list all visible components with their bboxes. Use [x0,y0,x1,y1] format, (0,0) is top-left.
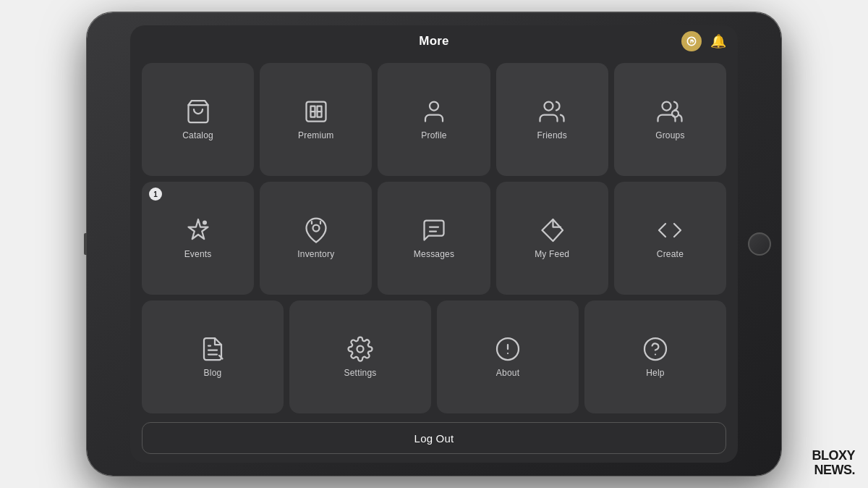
events-tile[interactable]: 1 Events [142,182,254,295]
catalog-label: Catalog [182,130,213,140]
myfeed-label: My Feed [535,249,569,259]
messages-tile[interactable]: Messages [378,182,490,295]
create-label: Create [657,249,684,259]
logout-section: Log Out [130,422,738,463]
svg-point-6 [430,102,438,111]
help-icon [642,336,668,362]
svg-point-11 [312,225,319,232]
svg-rect-1 [306,102,326,122]
create-icon [657,217,683,243]
settings-icon [347,336,373,362]
catalog-icon [185,98,211,125]
premium-icon [303,98,329,125]
header: More 🔔 [130,25,738,57]
catalog-tile[interactable]: Catalog [142,63,254,176]
blog-tile[interactable]: Blog [142,300,284,413]
grid-row-1: Catalog Premium Profile [142,63,726,176]
grid-row-2: 1 Events Inventory [142,182,726,295]
groups-tile[interactable]: Groups [614,63,726,176]
settings-label: Settings [344,368,377,378]
blog-label: Blog [204,368,222,378]
help-tile[interactable]: Help [584,300,726,413]
logout-button[interactable]: Log Out [142,422,726,454]
create-tile[interactable]: Create [614,182,726,295]
groups-label: Groups [655,130,685,140]
premium-label: Premium [298,130,333,140]
grid-row-3: Blog Settings About [142,300,726,413]
branding-line1: BLOXY [812,449,855,463]
premium-tile[interactable]: Premium [260,63,372,176]
events-icon [185,217,211,243]
friends-tile[interactable]: Friends [496,63,608,176]
home-button[interactable] [748,232,771,256]
blog-icon [200,336,226,362]
inventory-tile[interactable]: Inventory [260,182,372,295]
page-title: More [419,34,448,49]
svg-point-17 [357,346,364,353]
tablet-device: More 🔔 Catalog [87,12,781,476]
about-icon [495,336,521,362]
groups-icon [657,98,683,125]
menu-grid: Catalog Premium Profile [130,57,738,422]
svg-point-10 [203,221,207,225]
svg-point-8 [663,102,671,111]
about-label: About [496,368,519,378]
friends-label: Friends [537,130,567,140]
inventory-icon [303,217,329,243]
myfeed-tile[interactable]: My Feed [496,182,608,295]
notification-bell-icon[interactable]: 🔔 [710,33,726,49]
profile-label: Profile [421,130,446,140]
side-button [84,233,87,255]
inventory-label: Inventory [297,249,334,259]
messages-icon [421,217,447,243]
svg-point-9 [672,111,678,117]
screen: More 🔔 Catalog [130,25,738,463]
header-actions: 🔔 [681,31,726,51]
friends-icon [539,98,565,125]
myfeed-icon [539,217,565,243]
events-badge: 1 [149,188,162,201]
profile-tile[interactable]: Profile [378,63,490,176]
robux-button[interactable] [681,31,702,51]
svg-point-7 [545,102,553,111]
messages-label: Messages [414,249,454,259]
svg-point-21 [644,338,666,360]
events-label: Events [184,249,212,259]
branding: BLOXY NEWS. [812,449,855,478]
branding-line2: NEWS. [812,463,855,478]
settings-tile[interactable]: Settings [289,300,431,413]
profile-icon [421,98,447,125]
about-tile[interactable]: About [437,300,579,413]
help-label: Help [646,368,664,378]
